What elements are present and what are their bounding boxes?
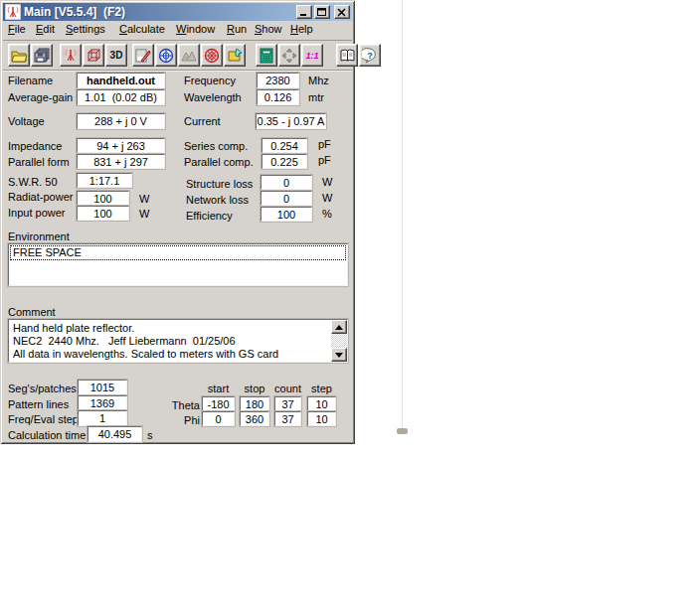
- parallel-comp-field[interactable]: 0.225: [262, 154, 307, 169]
- pattern-lines-label: Pattern lines: [8, 398, 69, 410]
- theta-stop-field[interactable]: 180: [240, 396, 269, 411]
- calculation-time-field[interactable]: 40.495: [88, 426, 142, 442]
- comment-box[interactable]: Hand held plate reflector. NEC2 2440 Mhz…: [8, 319, 348, 363]
- structure-loss-unit: W: [322, 176, 332, 188]
- environment-selected-item[interactable]: FREE SPACE: [10, 245, 346, 260]
- parallel-form-field[interactable]: 831 + j 297: [77, 154, 165, 169]
- network-loss-label: Network loss: [186, 194, 249, 206]
- scale-1to1-button[interactable]: 1:1: [301, 44, 323, 67]
- view-output-button[interactable]: [224, 44, 246, 67]
- 3d-view-button[interactable]: 3D: [105, 44, 127, 67]
- optimize-button-disabled[interactable]: [278, 44, 300, 67]
- app-antenna-icon: [5, 4, 21, 20]
- polar-pattern-button[interactable]: [201, 44, 223, 67]
- frequency-field[interactable]: 2380: [257, 73, 299, 88]
- efficiency-label: Efficiency: [186, 210, 233, 222]
- segs-patches-label: Seg's/patches: [8, 383, 77, 394]
- theta-count-field[interactable]: 37: [274, 396, 301, 411]
- menu-file[interactable]: File: [8, 23, 26, 35]
- segs-patches-field[interactable]: 1015: [78, 380, 127, 395]
- menu-help-accel: H: [290, 23, 298, 35]
- blue-pattern-icon: [158, 48, 174, 64]
- efficiency-unit: %: [322, 208, 332, 220]
- menubar: File Edit Settings Calculate Window Run …: [3, 21, 352, 40]
- series-comp-field[interactable]: 0.254: [262, 138, 307, 153]
- help-button[interactable]: ?: [359, 44, 381, 67]
- menu-show[interactable]: Show: [255, 23, 282, 35]
- menu-file-rest: ile: [15, 23, 26, 35]
- menu-run-rest: un: [235, 23, 247, 35]
- sweep-header-start: start: [202, 383, 235, 394]
- average-gain-field[interactable]: 1.01 (0.02 dB): [77, 89, 165, 105]
- radiat-power-field[interactable]: 100: [77, 191, 129, 206]
- filename-field[interactable]: handheld.out: [77, 73, 165, 88]
- menu-run[interactable]: Run: [227, 23, 247, 35]
- phi-step-field[interactable]: 10: [307, 411, 336, 426]
- theta-start-field[interactable]: -180: [202, 396, 235, 411]
- book-arrow-icon: [227, 48, 244, 63]
- input-power-label: Input power: [8, 207, 65, 219]
- scale-1to1-icon: 1:1: [305, 51, 318, 61]
- comment-line-1: Hand held plate reflector.: [13, 322, 134, 334]
- network-loss-field[interactable]: 0: [261, 191, 312, 206]
- surface-plot-button-disabled[interactable]: [178, 44, 200, 67]
- current-field[interactable]: 0.35 - j 0.97 A: [256, 113, 326, 129]
- wavelength-field[interactable]: 0.126: [257, 89, 299, 105]
- comment-scroll-up-button[interactable]: [331, 320, 347, 334]
- menu-run-accel: R: [227, 23, 235, 35]
- far-field-pattern-button[interactable]: [155, 44, 177, 67]
- comment-scrollbar[interactable]: [331, 320, 347, 362]
- freq-eval-steps-field[interactable]: 1: [78, 410, 127, 426]
- menu-show-rest: how: [262, 23, 281, 35]
- calculator-icon: [260, 48, 273, 64]
- open-file-button[interactable]: [8, 44, 30, 67]
- geometry-button[interactable]: [83, 44, 104, 67]
- wavelength-unit: mtr: [308, 91, 324, 103]
- titlebar[interactable]: Main [V5.5.4] (F2): [3, 3, 352, 21]
- comment-scroll-down-button[interactable]: [331, 348, 347, 362]
- run-nec-button[interactable]: [60, 44, 82, 67]
- phi-stop-field[interactable]: 360: [240, 411, 269, 426]
- menu-window[interactable]: Window: [176, 23, 215, 35]
- notepad-pencil-icon: [135, 48, 151, 63]
- menu-help-rest: elp: [298, 23, 313, 35]
- radiat-power-label: Radiat-power: [8, 191, 73, 203]
- comment-line-3: All data in wavelengths. Scaled to meter…: [13, 348, 278, 360]
- input-power-field[interactable]: 100: [77, 206, 129, 221]
- maximize-button[interactable]: [314, 5, 330, 19]
- swr50-field[interactable]: 1:17.1: [77, 173, 132, 188]
- manual-button[interactable]: [336, 44, 358, 67]
- save-button[interactable]: [31, 44, 53, 67]
- main-window: Main [V5.5.4] (F2) File Edit Settings Ca…: [0, 0, 355, 444]
- frequency-unit: Mhz: [308, 75, 329, 86]
- menu-settings[interactable]: Settings: [66, 23, 105, 35]
- theta-step-field[interactable]: 10: [307, 396, 336, 411]
- red-polar-icon: [204, 48, 220, 64]
- toolbar-separator: [3, 70, 352, 72]
- freq-eval-steps-label: Freq/Eval steps: [8, 413, 84, 425]
- voltage-field[interactable]: 288 + j 0 V: [77, 113, 165, 129]
- phi-start-field[interactable]: 0: [202, 411, 235, 426]
- series-comp-unit: pF: [318, 138, 331, 150]
- structure-loss-field[interactable]: 0: [261, 175, 312, 190]
- comment-line-2: NEC2 2440 Mhz. Jeff Liebermann 01/25/06: [13, 335, 236, 347]
- efficiency-field[interactable]: 100: [261, 207, 312, 222]
- sweep-header-stop: stop: [240, 383, 269, 394]
- environment-listbox[interactable]: FREE SPACE: [8, 243, 348, 286]
- desktop-background: { "window": { "title": "Main [V5.5.4] (F…: [0, 0, 700, 615]
- menu-edit[interactable]: Edit: [36, 23, 55, 35]
- impedance-field[interactable]: 94 + j 263: [77, 138, 165, 153]
- svg-text:?: ?: [367, 50, 373, 60]
- current-label: Current: [184, 115, 221, 127]
- minimize-button[interactable]: [296, 5, 312, 19]
- menu-help[interactable]: Help: [290, 23, 313, 35]
- close-button[interactable]: [334, 5, 350, 19]
- open-book-icon: [339, 49, 356, 63]
- calculate-button[interactable]: [256, 44, 277, 67]
- pattern-lines-field[interactable]: 1369: [78, 395, 127, 411]
- edit-nec-button[interactable]: [132, 44, 154, 67]
- menu-calculate-accel: C: [119, 23, 127, 35]
- filename-label: Filename: [8, 75, 53, 86]
- menu-calculate[interactable]: Calculate: [119, 23, 165, 35]
- phi-count-field[interactable]: 37: [274, 411, 301, 426]
